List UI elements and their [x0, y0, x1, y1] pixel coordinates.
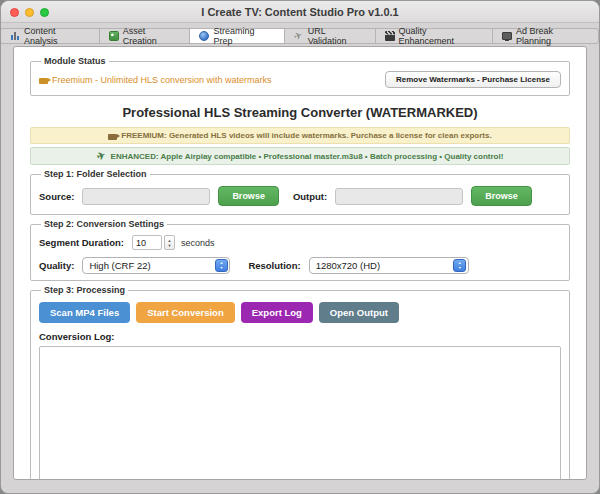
quality-selected-value: High (CRF 22) — [89, 260, 209, 271]
television-icon — [502, 32, 512, 40]
tab-label: Content Analysis — [24, 26, 90, 46]
chevron-up-down-icon — [453, 259, 466, 272]
bar-chart-icon — [10, 31, 20, 41]
quality-select[interactable]: High (CRF 22) — [82, 257, 230, 274]
globe-icon — [199, 31, 209, 41]
minimize-button[interactable] — [25, 8, 34, 17]
tab-bar: Content Analysis Asset Creation Streamin… — [1, 28, 599, 44]
source-input[interactable] — [82, 188, 210, 205]
segment-duration-label: Segment Duration: — [39, 237, 124, 248]
step3-legend: Step 3: Processing — [41, 285, 128, 295]
rocket-icon — [294, 31, 304, 41]
resolution-select[interactable]: 1280x720 (HD) — [309, 257, 469, 274]
page-title: Professional HLS Streaming Converter (WA… — [30, 105, 570, 120]
traffic-lights — [10, 8, 49, 17]
conversion-log-textarea[interactable] — [39, 346, 561, 480]
enhanced-banner: ENHANCED: Apple Airplay compatible • Pro… — [30, 147, 570, 165]
freemium-status: Freemium - Unlimited HLS conversion with… — [39, 75, 272, 85]
output-label: Output: — [293, 191, 327, 202]
output-input[interactable] — [335, 188, 463, 205]
title-bar: I Create TV: Content Studio Pro v1.0.1 — [1, 1, 599, 23]
enhanced-banner-text: ENHANCED: Apple Airplay compatible • Pro… — [111, 152, 504, 161]
tab-label: Quality Enhancement — [399, 26, 483, 46]
tab-content-analysis[interactable]: Content Analysis — [0, 28, 100, 44]
tab-label: URL Validation — [308, 26, 366, 46]
freemium-status-text: Freemium - Unlimited HLS conversion with… — [52, 75, 272, 85]
export-log-button[interactable]: Export Log — [241, 302, 313, 323]
step1-legend: Step 1: Folder Selection — [41, 169, 150, 179]
freemium-banner-text: FREEMIUM: Generated HLS videos will incl… — [121, 131, 491, 140]
tab-quality-enhancement[interactable]: Quality Enhancement — [375, 28, 493, 44]
tab-asset-creation[interactable]: Asset Creation — [99, 28, 191, 44]
scan-mp4-files-button[interactable]: Scan MP4 Files — [39, 302, 130, 323]
movie-camera-icon — [108, 134, 117, 140]
module-status-legend: Module Status — [41, 56, 109, 66]
chevron-up-down-icon — [215, 259, 228, 272]
resolution-label: Resolution: — [248, 260, 300, 271]
processing-actions: Scan MP4 Files Start Conversion Export L… — [39, 302, 561, 323]
output-browse-button[interactable]: Browse — [471, 186, 532, 206]
tab-label: Streaming Prep — [213, 26, 274, 46]
quality-label: Quality: — [39, 260, 74, 271]
app-window: I Create TV: Content Studio Pro v1.0.1 C… — [0, 0, 600, 494]
start-conversion-button[interactable]: Start Conversion — [136, 302, 235, 323]
tab-label: Asset Creation — [123, 26, 181, 46]
close-button[interactable] — [10, 8, 19, 17]
zoom-button[interactable] — [40, 8, 49, 17]
tab-url-validation[interactable]: URL Validation — [284, 28, 376, 44]
module-status-group: Module Status Freemium - Unlimited HLS c… — [30, 56, 570, 96]
movie-camera-icon — [39, 78, 48, 84]
purchase-license-button[interactable]: Remove Watermarks - Purchase License — [385, 71, 561, 88]
processing-group: Step 3: Processing Scan MP4 Files Start … — [30, 285, 570, 480]
folder-selection-group: Step 1: Folder Selection Source: Browse … — [30, 169, 570, 215]
streaming-prep-panel: Module Status Freemium - Unlimited HLS c… — [13, 46, 587, 480]
conversion-log-label: Conversion Log: — [39, 331, 561, 342]
source-label: Source: — [39, 191, 74, 202]
segment-duration-unit: seconds — [181, 238, 215, 248]
image-icon — [109, 31, 119, 41]
resolution-selected-value: 1280x720 (HD) — [316, 260, 448, 271]
source-browse-button[interactable]: Browse — [218, 186, 279, 206]
step2-legend: Step 2: Conversion Settings — [41, 219, 167, 229]
segment-duration-input[interactable] — [132, 235, 162, 250]
rocket-icon — [97, 151, 107, 161]
tab-streaming-prep[interactable]: Streaming Prep — [189, 28, 284, 44]
conversion-settings-group: Step 2: Conversion Settings Segment Dura… — [30, 219, 570, 281]
segment-duration-stepper[interactable] — [164, 235, 175, 250]
tab-ad-break-planning[interactable]: Ad Break Planning — [492, 28, 599, 44]
freemium-banner: FREEMIUM: Generated HLS videos will incl… — [30, 127, 570, 144]
tab-label: Ad Break Planning — [516, 26, 589, 46]
window-title: I Create TV: Content Studio Pro v1.0.1 — [201, 6, 398, 18]
clapperboard-icon — [385, 31, 395, 41]
open-output-button[interactable]: Open Output — [319, 302, 399, 323]
